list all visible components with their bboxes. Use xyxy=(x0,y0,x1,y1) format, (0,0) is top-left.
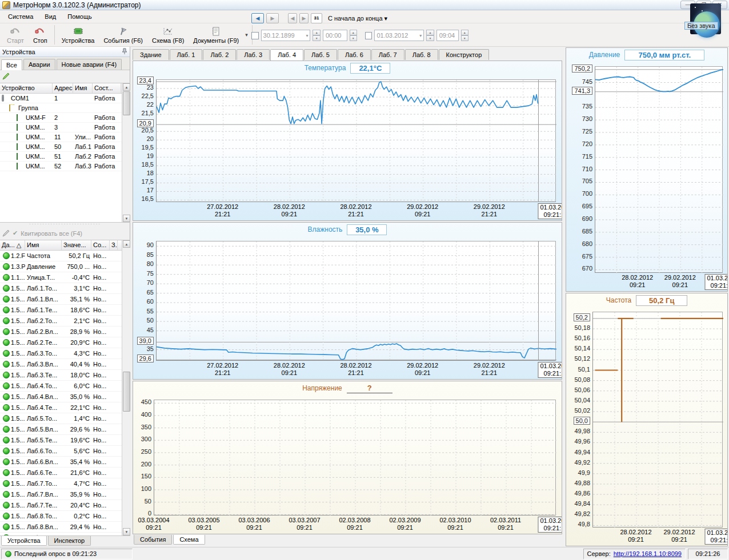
main-tab-Схема[interactable]: Схема xyxy=(173,535,205,545)
inspector-row[interactable]: 1.2.FЧастота50,2 ГцНо... xyxy=(0,251,130,261)
voltage-chart[interactable]: 45040035030025020015010050003.03.200409:… xyxy=(133,395,562,534)
to-date-spinner[interactable]: ▲▼ xyxy=(426,30,434,41)
tree-row[interactable]: UKM-F2Работа xyxy=(0,113,130,123)
calendar-icon[interactable]: 31 xyxy=(311,13,322,23)
inspector-row[interactable]: 1.5...Лаб.2.То...2,1°CНо... xyxy=(0,316,130,327)
documents-button[interactable]: Документы (F9) xyxy=(189,23,243,46)
inspector-row[interactable]: 1.5...Лаб.4.То...6,0°CНо... xyxy=(0,381,130,392)
tab-Лаб. 2[interactable]: Лаб. 2 xyxy=(203,49,236,60)
inspector-column-header[interactable]: Со... xyxy=(91,240,110,250)
tree-column-header[interactable]: Адрес xyxy=(53,83,73,93)
inspector-column-header[interactable]: З.. xyxy=(110,240,118,250)
pressure-chart[interactable]: 750,2745741,3735730725720715710705700695… xyxy=(566,62,727,291)
inspector-row[interactable]: 1.5...Лаб.7.Вл...35,9 %Но... xyxy=(0,489,130,500)
inspector-row[interactable]: 1.5...Лаб.5.Те...19,6°CНо... xyxy=(0,435,130,446)
inspector-row[interactable]: 1.5...Лаб.3.Вл...40,4 %Но... xyxy=(0,359,130,370)
from-date-spinner[interactable]: ▲▼ xyxy=(313,30,320,41)
inspector-row[interactable]: 1.3.PДавление750,0 ...Но... xyxy=(0,261,130,272)
inspector-row[interactable]: 1.1...Улица.Т...-0,4°CНо... xyxy=(0,272,130,283)
next-range-button[interactable]: ▶ xyxy=(266,13,279,23)
inspector-row[interactable]: 1.5...Лаб.4.Те...22,1°CНо... xyxy=(0,402,130,413)
tree-row[interactable]: COM11Работа xyxy=(0,94,130,103)
tree-row[interactable]: UKM...51Лаб.2Работа xyxy=(0,152,130,162)
menu-help[interactable]: Помощь xyxy=(62,11,98,22)
tab-Лаб. 1[interactable]: Лаб. 1 xyxy=(170,49,203,60)
server-link[interactable]: http://192.168.1.10:8099 xyxy=(614,550,682,557)
inspector-row[interactable]: 1.5...Лаб.7.Те...20,4°CНо... xyxy=(0,500,130,511)
scheme-button[interactable]: Схема (F8) xyxy=(147,23,189,46)
inspector-column-header[interactable]: Да... △ xyxy=(0,240,25,250)
inspector-row[interactable]: 1.5...Лаб.6.То...5,6°CНо... xyxy=(0,446,130,457)
tree-column-header[interactable]: Устройство xyxy=(0,83,53,93)
range-preset-dropdown[interactable]: С начала до конца ▾ xyxy=(325,15,387,22)
inspector-row[interactable]: 1.5...Лаб.7.То...4,7°CНо... xyxy=(0,478,130,489)
frequency-chart[interactable]: 50,250,1850,1650,1450,1250,150,0850,0650… xyxy=(566,307,727,546)
prev-range-button[interactable]: ◀ xyxy=(251,13,264,23)
edit-pencil-icon[interactable] xyxy=(2,72,10,80)
inspector-row[interactable]: 1.5...Лаб.2.Вл...28,9 %Но... xyxy=(0,327,130,337)
inspector-row[interactable]: 1.5...Лаб.3.Те...18,0°CНо... xyxy=(0,370,130,381)
sidebar-tab-Устройства[interactable]: Устройства xyxy=(1,536,47,546)
from-date-checkbox[interactable] xyxy=(251,32,259,39)
tab-Лаб. 6[interactable]: Лаб. 6 xyxy=(338,49,371,60)
humidity-chart[interactable]: 9085807570656055504539,03529,627.02.2012… xyxy=(133,236,562,379)
inspector-row[interactable]: 1.5...Лаб.6.Те...21,6°CНо... xyxy=(0,468,130,478)
from-time-spinner[interactable]: ▲▼ xyxy=(350,30,357,41)
edit-pencil-icon-2[interactable] xyxy=(2,229,10,237)
tree-row[interactable]: UKM...3Работа xyxy=(0,123,130,132)
ack-all-button[interactable]: Квитировать все (F4) xyxy=(21,230,82,237)
tree-row[interactable]: Группа xyxy=(0,103,130,113)
main-tab-События[interactable]: События xyxy=(134,535,172,545)
inspector-row[interactable]: 1.5...Лаб.3.То...4,3°CНо... xyxy=(0,348,130,359)
temperature-chart[interactable]: 23,42322,52221,520,920,52019,51918,51817… xyxy=(133,75,562,220)
step-forward-button[interactable]: ▶ xyxy=(299,13,309,23)
tab-Здание[interactable]: Здание xyxy=(133,49,169,60)
inspector-column-header[interactable]: Значе... xyxy=(62,240,91,250)
inspector-column-header[interactable]: Имя xyxy=(25,240,62,250)
devices-tab-Аварии[interactable]: Аварии xyxy=(23,59,55,70)
devices-button[interactable]: Устройства xyxy=(57,23,99,46)
splitter-handle[interactable]: ··························· xyxy=(0,223,130,227)
to-date-checkbox[interactable] xyxy=(365,32,372,39)
sidebar-tab-Инспектор[interactable]: Инспектор xyxy=(48,536,91,546)
tree-column-header[interactable]: Имя xyxy=(73,83,93,93)
stop-button[interactable]: Стоп xyxy=(29,23,52,46)
events-button[interactable]: События (F6) xyxy=(99,23,147,46)
pin-icon[interactable] xyxy=(122,48,127,56)
devices-tab-Все[interactable]: Все xyxy=(1,59,22,70)
tree-row[interactable]: UKM...11Ули...Работа xyxy=(0,132,130,142)
tree-row[interactable]: UKM...52Лаб.3Работа xyxy=(0,162,130,171)
tab-Лаб. 8[interactable]: Лаб. 8 xyxy=(405,49,438,60)
start-button[interactable]: Старт xyxy=(2,23,29,46)
inspector-row[interactable]: 1.5...Лаб.8.То...0,2°CНо... xyxy=(0,511,130,522)
menu-system[interactable]: Система xyxy=(2,11,39,22)
inspector-row[interactable]: 1.5...Лаб.2.Те...20,9°CНо... xyxy=(0,337,130,348)
devices-tab-Новые аварии (F4)[interactable]: Новые аварии (F4) xyxy=(57,59,122,70)
step-back-button[interactable]: ◀ xyxy=(288,13,297,23)
tree-row[interactable]: UKM...50Лаб.1Работа xyxy=(0,142,130,152)
inspector-row[interactable]: 1.5...Лаб.1.Те...18,6°CНо... xyxy=(0,305,130,316)
tab-Конструктор[interactable]: Конструктор xyxy=(439,49,490,60)
from-time-field[interactable]: 00:00 xyxy=(323,30,347,41)
inspector-row[interactable]: 1.5...Лаб.6.Вл...35,4 %Но... xyxy=(0,457,130,468)
from-date-combo[interactable]: 30.12.1899▾ xyxy=(261,30,311,41)
to-time-field[interactable]: 09:04 xyxy=(436,30,459,41)
menu-view[interactable]: Вид xyxy=(39,11,62,22)
tab-Лаб. 5[interactable]: Лаб. 5 xyxy=(304,49,337,60)
tab-Лаб. 3[interactable]: Лаб. 3 xyxy=(237,49,270,60)
inspector-row[interactable]: 1.5...Лаб.5.Вл...29,6 %Но... xyxy=(0,424,130,435)
inspector-row[interactable]: 1.5...Лаб.1.Вл...35,1 %Но... xyxy=(0,294,130,305)
tab-Лаб. 7[interactable]: Лаб. 7 xyxy=(371,49,404,60)
inspector-row[interactable]: 1.5...Лаб.1.То...3,1°CНо... xyxy=(0,283,130,294)
to-time-spinner[interactable]: ▲▼ xyxy=(461,30,468,41)
tree-column-header[interactable]: Сост... xyxy=(93,83,121,93)
device-tree-scrollbar[interactable]: ▲ ▼ xyxy=(122,83,130,222)
inspector-row[interactable]: 1.5...Лаб.5.То...1,4°CНо... xyxy=(0,413,130,424)
tab-Лаб. 4[interactable]: Лаб. 4 xyxy=(270,49,303,61)
inspector-row[interactable]: 1.5...Лаб.4.Вл...35,0 %Но... xyxy=(0,392,130,402)
inspector-row[interactable]: 1.5...Лаб.8.Вл...29,4 %Но... xyxy=(0,522,130,533)
desktop-gadget[interactable]: Без звука xyxy=(690,3,721,34)
to-date-combo[interactable]: 01.03.2012▾ xyxy=(374,30,424,41)
toolbar-overflow-button[interactable]: ▾ xyxy=(243,32,250,38)
inspector-scrollbar[interactable]: ▲ ▼ xyxy=(122,240,130,535)
